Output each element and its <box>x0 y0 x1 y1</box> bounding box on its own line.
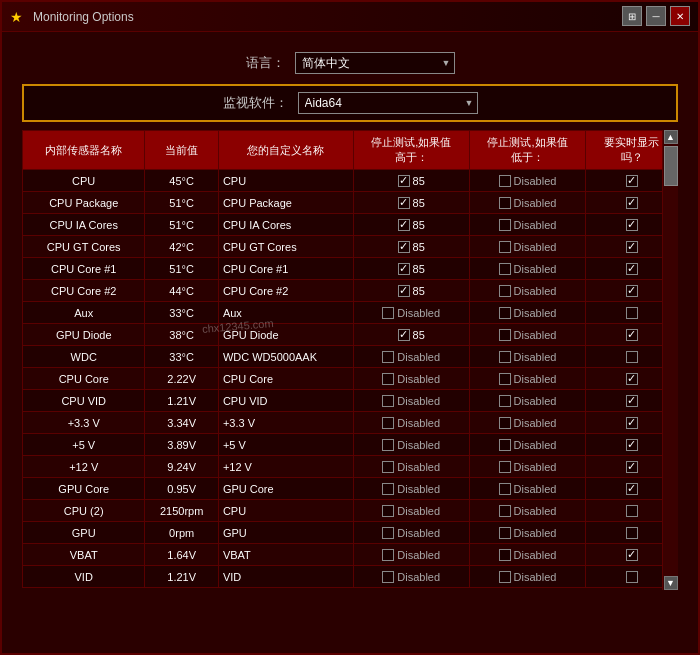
low-checkbox[interactable] <box>499 527 511 539</box>
high-checkbox[interactable] <box>382 351 394 363</box>
low-checkbox[interactable] <box>499 307 511 319</box>
realtime-checkbox[interactable] <box>626 285 638 297</box>
low-checkbox[interactable] <box>499 439 511 451</box>
low-checkbox[interactable] <box>499 219 511 231</box>
realtime-checkbox[interactable] <box>626 307 638 319</box>
sensor-high-cell[interactable]: Disabled <box>353 302 469 324</box>
high-checkbox[interactable] <box>398 175 410 187</box>
sensor-high-cell[interactable]: 85 <box>353 324 469 346</box>
high-checkbox[interactable] <box>382 483 394 495</box>
realtime-checkbox[interactable] <box>626 571 638 583</box>
sensor-low-cell[interactable]: Disabled <box>469 258 585 280</box>
low-checkbox[interactable] <box>499 417 511 429</box>
sensor-high-cell[interactable]: Disabled <box>353 456 469 478</box>
high-checkbox[interactable] <box>398 285 410 297</box>
close-button[interactable]: ✕ <box>670 6 690 26</box>
sensor-low-cell[interactable]: Disabled <box>469 280 585 302</box>
realtime-checkbox[interactable] <box>626 505 638 517</box>
sensor-low-cell[interactable]: Disabled <box>469 412 585 434</box>
high-checkbox[interactable] <box>398 241 410 253</box>
low-checkbox[interactable] <box>499 329 511 341</box>
realtime-checkbox[interactable] <box>626 373 638 385</box>
realtime-checkbox[interactable] <box>626 549 638 561</box>
high-checkbox[interactable] <box>398 263 410 275</box>
high-checkbox[interactable] <box>382 417 394 429</box>
sensor-high-cell[interactable]: Disabled <box>353 412 469 434</box>
sensor-high-cell[interactable]: Disabled <box>353 566 469 588</box>
realtime-checkbox[interactable] <box>626 263 638 275</box>
low-checkbox[interactable] <box>499 483 511 495</box>
sensor-low-cell[interactable]: Disabled <box>469 368 585 390</box>
low-checkbox[interactable] <box>499 241 511 253</box>
sensor-high-cell[interactable]: 85 <box>353 170 469 192</box>
realtime-checkbox[interactable] <box>626 197 638 209</box>
low-checkbox[interactable] <box>499 395 511 407</box>
realtime-checkbox[interactable] <box>626 175 638 187</box>
scrollbar[interactable]: ▲ ▼ <box>662 130 678 590</box>
sensor-high-cell[interactable]: Disabled <box>353 544 469 566</box>
low-checkbox[interactable] <box>499 351 511 363</box>
realtime-checkbox[interactable] <box>626 351 638 363</box>
monitor-select[interactable]: Aida64 HWMonitor <box>298 92 478 114</box>
sensor-low-cell[interactable]: Disabled <box>469 170 585 192</box>
low-checkbox[interactable] <box>499 175 511 187</box>
sensor-high-cell[interactable]: Disabled <box>353 478 469 500</box>
sensor-high-cell[interactable]: 85 <box>353 236 469 258</box>
sensor-low-cell[interactable]: Disabled <box>469 236 585 258</box>
high-checkbox[interactable] <box>382 505 394 517</box>
language-select[interactable]: 简体中文 English <box>295 52 455 74</box>
low-checkbox[interactable] <box>499 461 511 473</box>
high-checkbox[interactable] <box>382 307 394 319</box>
low-checkbox[interactable] <box>499 197 511 209</box>
sensor-low-cell[interactable]: Disabled <box>469 456 585 478</box>
sensor-high-cell[interactable]: Disabled <box>353 522 469 544</box>
low-checkbox[interactable] <box>499 263 511 275</box>
sensor-high-cell[interactable]: 85 <box>353 280 469 302</box>
realtime-checkbox[interactable] <box>626 219 638 231</box>
sensor-low-cell[interactable]: Disabled <box>469 544 585 566</box>
sensor-low-cell[interactable]: Disabled <box>469 324 585 346</box>
low-checkbox[interactable] <box>499 571 511 583</box>
high-checkbox[interactable] <box>382 439 394 451</box>
realtime-checkbox[interactable] <box>626 417 638 429</box>
sensor-low-cell[interactable]: Disabled <box>469 522 585 544</box>
sensor-low-cell[interactable]: Disabled <box>469 302 585 324</box>
sensor-low-cell[interactable]: Disabled <box>469 478 585 500</box>
high-checkbox[interactable] <box>382 461 394 473</box>
sensor-low-cell[interactable]: Disabled <box>469 214 585 236</box>
sensor-high-cell[interactable]: 85 <box>353 192 469 214</box>
realtime-checkbox[interactable] <box>626 241 638 253</box>
high-checkbox[interactable] <box>398 329 410 341</box>
realtime-checkbox[interactable] <box>626 395 638 407</box>
sensor-low-cell[interactable]: Disabled <box>469 566 585 588</box>
realtime-checkbox[interactable] <box>626 461 638 473</box>
high-checkbox[interactable] <box>382 527 394 539</box>
sensor-high-cell[interactable]: 85 <box>353 258 469 280</box>
low-checkbox[interactable] <box>499 373 511 385</box>
sensor-low-cell[interactable]: Disabled <box>469 500 585 522</box>
sensor-low-cell[interactable]: Disabled <box>469 390 585 412</box>
low-checkbox[interactable] <box>499 285 511 297</box>
sensor-high-cell[interactable]: Disabled <box>353 346 469 368</box>
sensor-high-cell[interactable]: Disabled <box>353 368 469 390</box>
sensor-high-cell[interactable]: Disabled <box>353 500 469 522</box>
sensor-low-cell[interactable]: Disabled <box>469 192 585 214</box>
scroll-up-button[interactable]: ▲ <box>664 130 678 144</box>
low-checkbox[interactable] <box>499 549 511 561</box>
scroll-thumb[interactable] <box>664 146 678 186</box>
low-checkbox[interactable] <box>499 505 511 517</box>
sensor-low-cell[interactable]: Disabled <box>469 346 585 368</box>
sensor-high-cell[interactable]: Disabled <box>353 434 469 456</box>
sensor-low-cell[interactable]: Disabled <box>469 434 585 456</box>
high-checkbox[interactable] <box>382 571 394 583</box>
realtime-checkbox[interactable] <box>626 483 638 495</box>
realtime-checkbox[interactable] <box>626 439 638 451</box>
high-checkbox[interactable] <box>382 549 394 561</box>
sensor-high-cell[interactable]: Disabled <box>353 390 469 412</box>
high-checkbox[interactable] <box>382 395 394 407</box>
realtime-checkbox[interactable] <box>626 329 638 341</box>
realtime-checkbox[interactable] <box>626 527 638 539</box>
minimize-button[interactable]: ─ <box>646 6 666 26</box>
high-checkbox[interactable] <box>398 197 410 209</box>
sensor-high-cell[interactable]: 85 <box>353 214 469 236</box>
